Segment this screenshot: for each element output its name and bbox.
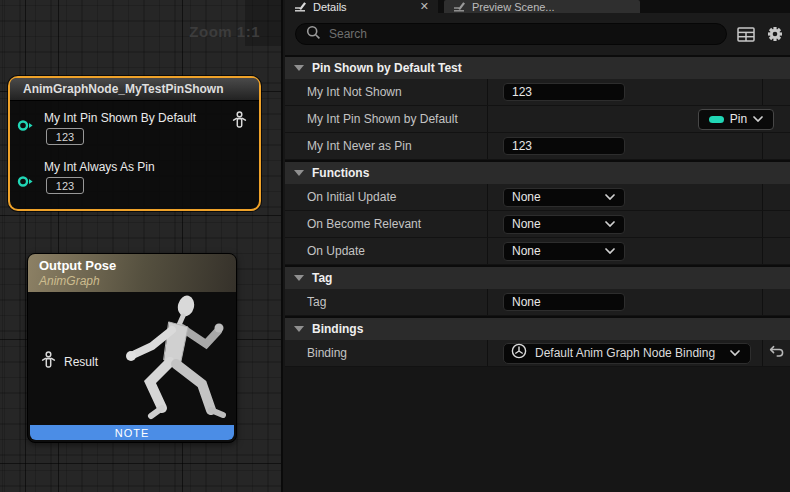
chevron-down-icon — [294, 326, 304, 332]
int-value-input[interactable]: 123 — [503, 137, 625, 155]
node-title: Output Pose — [39, 257, 236, 274]
search-input[interactable]: Search — [295, 23, 727, 45]
chevron-down-icon — [753, 116, 763, 122]
result-pin-label: Result — [64, 355, 98, 369]
node-title: AnimGraphNode_MyTestPinShown — [23, 82, 223, 96]
graph-zoom-level: Zoom 1:1 — [189, 23, 260, 40]
output-pose-node[interactable]: Output Pose AnimGraph — [27, 253, 237, 443]
function-dropdown[interactable]: None — [503, 242, 625, 261]
function-dropdown[interactable]: None — [503, 215, 625, 234]
node-pin-label: My Int Pin Shown By Default — [44, 111, 196, 125]
property-row-my-int-pin-shown-by-default: My Int Pin Shown by Default Pin — [285, 106, 790, 133]
search-icon — [306, 25, 321, 44]
settings-gear-icon[interactable] — [765, 24, 785, 44]
property-row-binding: Binding Default Anim Graph Node Binding — [285, 340, 790, 367]
chevron-down-icon — [605, 194, 615, 200]
node-subtitle: AnimGraph — [39, 274, 236, 288]
display-filter-icon[interactable] — [736, 24, 756, 44]
chevron-down-icon — [294, 65, 304, 71]
property-row-on-update: On Update None — [285, 238, 790, 265]
reset-to-default-icon[interactable] — [769, 344, 785, 362]
property-row-on-become-relevant: On Become Relevant None — [285, 211, 790, 238]
unreal-editor-window: Zoom 1:1 AnimGraphNode_MyTestPinShown My… — [0, 0, 790, 492]
property-row-my-int-never-as-pin: My Int Never as Pin 123 — [285, 133, 790, 160]
tab-preview-scene[interactable]: Preview Scene... — [444, 0, 640, 13]
pose-output-pin-icon[interactable] — [232, 111, 247, 133]
tab-label: Details — [313, 1, 414, 13]
chevron-down-icon — [605, 248, 615, 254]
node-header[interactable]: Output Pose AnimGraph — [28, 254, 236, 292]
panel-tab-bar: Details ✕ Preview Scene... — [285, 0, 790, 13]
property-row-tag: Tag None — [285, 289, 790, 316]
int-pin-icon[interactable] — [17, 118, 34, 136]
property-row-on-initial-update: On Initial Update None — [285, 184, 790, 211]
int-pin-icon[interactable] — [17, 174, 34, 192]
category-tag[interactable]: Tag — [285, 265, 790, 289]
category-bindings[interactable]: Bindings — [285, 316, 790, 340]
anim-graph-canvas[interactable]: Zoom 1:1 AnimGraphNode_MyTestPinShown My… — [0, 0, 283, 492]
pin-toggle-dropdown[interactable]: Pin — [698, 109, 774, 130]
details-tab-icon — [294, 0, 307, 13]
property-row-my-int-not-shown: My Int Not Shown 123 — [285, 79, 790, 106]
node-header[interactable]: AnimGraphNode_MyTestPinShown — [10, 78, 259, 101]
pin-capsule-icon — [709, 116, 724, 123]
chevron-down-icon — [605, 221, 615, 227]
node-pin-value-input[interactable]: 123 — [46, 128, 84, 145]
function-dropdown[interactable]: None — [503, 188, 625, 207]
details-toolbar: Search — [285, 13, 790, 55]
binding-dropdown[interactable]: Default Anim Graph Node Binding — [503, 343, 751, 364]
chevron-down-icon — [730, 350, 740, 356]
category-functions[interactable]: Functions — [285, 160, 790, 184]
preview-scene-tab-icon — [453, 0, 466, 13]
tab-details[interactable]: Details ✕ — [285, 0, 438, 13]
binding-icon — [511, 343, 527, 363]
mannequin-figure — [112, 294, 234, 434]
close-icon[interactable]: ✕ — [420, 1, 429, 12]
category-pin-shown-by-default-test[interactable]: Pin Shown by Default Test — [285, 55, 790, 79]
int-value-input[interactable]: 123 — [503, 83, 625, 101]
anim-graph-node-selected[interactable]: AnimGraphNode_MyTestPinShown My Int Pin … — [8, 76, 261, 211]
node-note-text: NOTE — [115, 427, 150, 439]
tab-label: Preview Scene... — [472, 1, 631, 13]
search-placeholder: Search — [329, 27, 367, 41]
result-pose-pin-icon[interactable] — [41, 351, 56, 373]
node-pin-label: My Int Always As Pin — [44, 160, 155, 174]
chevron-down-icon — [294, 275, 304, 281]
node-pin-value-input[interactable]: 123 — [46, 177, 84, 194]
node-note-bar[interactable]: NOTE — [30, 425, 234, 440]
chevron-down-icon — [294, 170, 304, 176]
details-panel: Details ✕ Preview Scene... — [285, 0, 790, 492]
tag-input[interactable]: None — [503, 293, 625, 311]
